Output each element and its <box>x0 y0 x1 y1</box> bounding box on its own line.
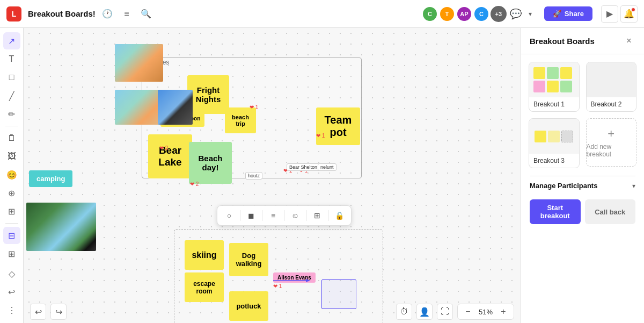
tool-text[interactable]: T <box>3 51 20 68</box>
timer-button[interactable]: ⏱ <box>396 304 412 320</box>
breakout-grid: Breakout 1 Breakout 2 Breakout 3 <box>521 54 644 176</box>
tool-line[interactable]: ╱ <box>3 87 20 104</box>
toolbar-divider-3 <box>284 210 284 221</box>
redo-button[interactable]: ↪ <box>50 304 67 320</box>
reaction-4: ❤ 1 <box>316 133 325 139</box>
tool-undo[interactable]: ↩ <box>3 283 20 300</box>
user-tag-houtz: houtz <box>245 172 262 180</box>
photo-beach2[interactable] <box>115 90 163 125</box>
toolbar-divider-4 <box>306 210 306 221</box>
zoom-controls: − 51% + <box>457 304 514 320</box>
toolbar-grid[interactable]: ⊞ <box>311 209 324 222</box>
avatar-overflow[interactable]: +3 <box>491 6 507 22</box>
sticky-beach-day[interactable]: Beach day! <box>189 142 232 184</box>
notifications-button[interactable]: 🔔 <box>620 5 638 23</box>
avatar-ap[interactable]: AP <box>456 6 472 22</box>
sidebar-divider-2 <box>5 223 18 224</box>
menu-button[interactable]: ≡ <box>119 6 134 21</box>
reaction-7: ❤ 1 <box>273 283 282 289</box>
present-button[interactable]: ▶ <box>601 5 618 23</box>
avatar-t[interactable]: T <box>439 6 455 22</box>
sidebar-divider-1 <box>5 126 18 126</box>
panel-header: Breakout Boards × <box>521 28 644 54</box>
tool-template[interactable]: ⊟ <box>3 227 20 244</box>
topbar: L Breakout Boards! 🕐 ≡ 🔍 C T AP C +3 💬 ▾… <box>0 0 644 28</box>
share-button[interactable]: 🚀 Share <box>544 6 592 21</box>
bottom-bar: ↩ ↪ ⏱ 👤 ⛶ − 51% + <box>24 300 521 323</box>
undo-button[interactable]: ↩ <box>30 304 46 320</box>
start-breakout-button[interactable]: Start breakout <box>530 199 581 224</box>
share-icon: 🚀 <box>553 10 561 18</box>
toolbar-lock[interactable]: 🔒 <box>333 209 346 222</box>
search-button[interactable]: 🔍 <box>138 6 153 21</box>
breakout-card-2[interactable]: Breakout 2 <box>586 62 637 112</box>
chat-button[interactable]: 💬 <box>508 6 524 22</box>
manage-chevron-icon: ▾ <box>632 182 635 190</box>
photo-beach[interactable] <box>115 44 163 82</box>
reaction-3: ❤ 2 <box>190 181 199 187</box>
photo-side-player[interactable] <box>26 203 96 251</box>
app-logo[interactable]: L <box>6 6 21 21</box>
toolbar-divider-2 <box>262 210 262 221</box>
avatar-c1[interactable]: C <box>422 6 438 22</box>
panel-close-button[interactable]: × <box>623 34 635 47</box>
left-sidebar: ↗ T □ ╱ ✏ 🗒 🖼 😊 ⊕ ⊞ ⊟ ⊞ ◇ ↩ ⋮ <box>0 28 24 323</box>
manage-participants-section[interactable]: Manage Participants ▾ <box>521 176 644 195</box>
breakout-3-label: Breakout 3 <box>529 154 579 168</box>
add-breakout-button[interactable]: + Add new breakout <box>586 118 637 167</box>
panel-title: Breakout Boards <box>530 37 595 46</box>
tool-emoji[interactable]: 😊 <box>3 166 20 183</box>
tool-chart[interactable]: ⊞ <box>3 203 20 220</box>
tool-more[interactable]: ⋮ <box>3 302 20 319</box>
notification-dot <box>631 8 635 12</box>
photo-tennis-player[interactable] <box>158 90 193 125</box>
sticky-bear-lake[interactable]: Bear Lake <box>148 134 192 178</box>
toolbar-align[interactable]: ≡ <box>267 209 280 222</box>
sticky-alison-evans[interactable]: Alison Evans <box>273 272 316 283</box>
breakout-2-label: Breakout 2 <box>587 97 636 111</box>
main-layout: ↗ T □ ╱ ✏ 🗒 🖼 😊 ⊕ ⊞ ⊟ ⊞ ◇ ↩ ⋮ Activities… <box>0 28 644 323</box>
sticky-team-pot[interactable]: Team pot <box>316 107 360 145</box>
canvas-area[interactable]: Activities Fright Nights Lagooooooon bea… <box>24 28 521 323</box>
avatar-c2[interactable]: C <box>473 6 489 22</box>
zoom-in-button[interactable]: + <box>497 306 509 318</box>
breakout-1-preview <box>529 62 579 97</box>
reaction-2: ❤ 2 <box>159 145 168 151</box>
participants-button[interactable]: 👤 <box>416 304 433 320</box>
add-breakout-label: Add new breakout <box>587 143 636 158</box>
sticky-fright-nights[interactable]: Fright Nights <box>187 75 229 114</box>
tool-select[interactable]: ↗ <box>3 32 20 49</box>
avatars-dropdown[interactable]: ▾ <box>525 6 536 22</box>
breakout-card-1[interactable]: Breakout 1 <box>529 62 580 112</box>
sticky-camping[interactable]: camping <box>29 170 72 187</box>
collaborators-list: C T AP C +3 💬 ▾ <box>422 6 536 22</box>
toolbar-circle[interactable]: ○ <box>223 209 236 222</box>
reaction-1: ❤ 1 <box>250 104 258 110</box>
user-tag-bear-shelton: Bear Shelton <box>287 163 320 171</box>
toolbar-divider-1 <box>240 210 240 221</box>
toolbar-divider-5 <box>328 210 328 221</box>
tool-shape[interactable]: □ <box>3 69 20 86</box>
sticky-escape-room[interactable]: escape room <box>185 272 224 302</box>
tool-sticky[interactable]: 🗒 <box>3 130 20 147</box>
canvas-toolbar: ○ ◼ ≡ ☺ ⊞ 🔒 <box>217 205 352 226</box>
fullscreen-button[interactable]: ⛶ <box>437 304 453 320</box>
tool-pointer[interactable]: ◇ <box>3 265 20 282</box>
tool-connector[interactable]: ⊕ <box>3 184 20 202</box>
tool-apps[interactable]: ⊞ <box>3 245 20 262</box>
tool-image[interactable]: 🖼 <box>3 148 20 165</box>
breakout-2-preview <box>587 62 636 97</box>
toolbar-fill[interactable]: ◼ <box>245 209 258 222</box>
history-button[interactable]: 🕐 <box>100 6 115 21</box>
right-panel: Breakout Boards × Breakout 1 <box>521 28 644 323</box>
topbar-right-icons: ▶ 🔔 <box>601 5 638 23</box>
sticky-dog-walking[interactable]: Dog walking <box>229 243 268 276</box>
tool-draw[interactable]: ✏ <box>3 105 20 123</box>
manage-participants-label: Manage Participants <box>530 182 597 190</box>
zoom-out-button[interactable]: − <box>462 306 474 318</box>
sticky-skiing[interactable]: skiing <box>185 240 224 270</box>
call-back-button[interactable]: Call back <box>585 199 636 224</box>
sticky-beach-trip[interactable]: beach trip <box>225 107 256 133</box>
toolbar-emoji[interactable]: ☺ <box>289 209 302 222</box>
breakout-card-3[interactable]: Breakout 3 <box>529 118 580 168</box>
